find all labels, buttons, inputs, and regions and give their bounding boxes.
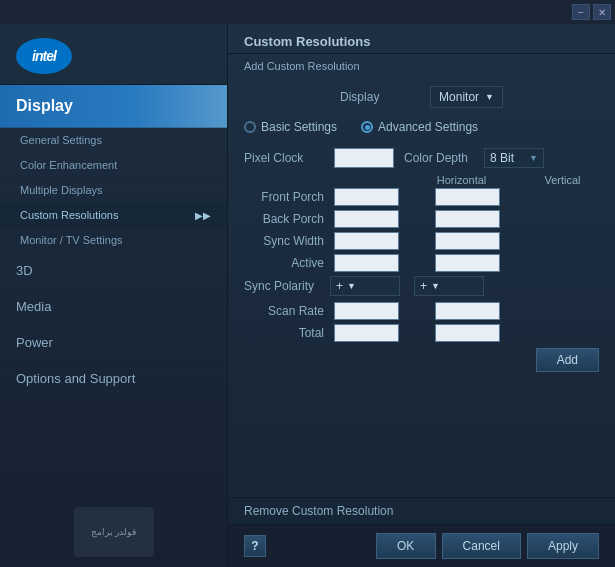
- sidebar-item-power[interactable]: Power: [0, 325, 227, 361]
- total-row: Total: [244, 324, 599, 342]
- scan-rate-inputs: [334, 302, 500, 320]
- bottom-bar: ? OK Cancel Apply: [228, 524, 615, 567]
- app-container: intel Display General Settings Color Enh…: [0, 24, 615, 567]
- h-v-header-row: Horizontal Vertical: [244, 174, 599, 186]
- total-label: Total: [244, 326, 334, 340]
- help-button[interactable]: ?: [244, 535, 266, 557]
- back-porch-row: Back Porch: [244, 210, 599, 228]
- sidebar-item-multiple[interactable]: Multiple Displays: [0, 178, 227, 203]
- intel-logo: intel: [16, 38, 72, 74]
- sync-width-row: Sync Width: [244, 232, 599, 250]
- display-dropdown[interactable]: Monitor ▼: [430, 86, 503, 108]
- chevron-right-icon: ▶▶: [195, 210, 211, 221]
- total-inputs: [334, 324, 500, 342]
- active-h-input[interactable]: [334, 254, 399, 272]
- active-label: Active: [244, 256, 334, 270]
- sync-width-h-input[interactable]: [334, 232, 399, 250]
- sync-width-inputs: [334, 232, 500, 250]
- title-bar: − ✕: [0, 0, 615, 24]
- sync-polarity-h-select[interactable]: + ▼: [330, 276, 400, 296]
- logo-area: intel: [0, 24, 227, 85]
- sync-width-v-input[interactable]: [435, 232, 500, 250]
- scan-rate-h-input[interactable]: [334, 302, 399, 320]
- color-depth-select[interactable]: 8 Bit ▼: [484, 148, 544, 168]
- scan-rate-row: Scan Rate: [244, 302, 599, 320]
- sync-polarity-label: Sync Polarity: [244, 279, 324, 293]
- panel-title: Custom Resolutions: [228, 24, 615, 54]
- nav-section: Display General Settings Color Enhanceme…: [0, 85, 227, 497]
- front-porch-v-input[interactable]: [435, 188, 500, 206]
- sidebar-item-custom[interactable]: Custom Resolutions ▶▶: [0, 203, 227, 228]
- section-title: Add Custom Resolution: [228, 54, 615, 78]
- color-depth-label: Color Depth: [404, 151, 474, 165]
- basic-radio-circle: [244, 121, 256, 133]
- horizontal-label: Horizontal: [429, 174, 494, 186]
- scan-rate-v-input[interactable]: [435, 302, 500, 320]
- total-h-input[interactable]: [334, 324, 399, 342]
- sidebar-item-media[interactable]: Media: [0, 289, 227, 325]
- sync-h-chevron-icon: ▼: [347, 281, 356, 291]
- pixel-clock-row: Pixel Clock Color Depth 8 Bit ▼: [244, 148, 599, 168]
- cancel-button[interactable]: Cancel: [442, 533, 521, 559]
- back-porch-label: Back Porch: [244, 212, 334, 226]
- front-porch-label: Front Porch: [244, 190, 334, 204]
- sync-polarity-row: Sync Polarity + ▼ + ▼: [244, 276, 599, 296]
- front-porch-inputs: [334, 188, 500, 206]
- sidebar-item-general[interactable]: General Settings: [0, 128, 227, 153]
- sidebar-item-display[interactable]: Display: [0, 85, 227, 128]
- vertical-label: Vertical: [530, 174, 595, 186]
- front-porch-h-input[interactable]: [334, 188, 399, 206]
- minimize-button[interactable]: −: [572, 4, 590, 20]
- pixel-clock-input[interactable]: [334, 148, 394, 168]
- back-porch-inputs: [334, 210, 500, 228]
- apply-button[interactable]: Apply: [527, 533, 599, 559]
- sync-v-chevron-icon: ▼: [431, 281, 440, 291]
- color-depth-chevron-icon: ▼: [529, 153, 538, 163]
- bottom-logo: قولدر برامج: [74, 507, 154, 557]
- add-button[interactable]: Add: [536, 348, 599, 372]
- chevron-down-icon: ▼: [485, 92, 494, 102]
- basic-settings-radio[interactable]: Basic Settings: [244, 120, 337, 134]
- sync-polarity-v-select[interactable]: + ▼: [414, 276, 484, 296]
- sync-width-label: Sync Width: [244, 234, 334, 248]
- sidebar-item-color[interactable]: Color Enhancement: [0, 153, 227, 178]
- total-v-input[interactable]: [435, 324, 500, 342]
- display-label: Display: [340, 90, 420, 104]
- active-v-input[interactable]: [435, 254, 500, 272]
- advanced-settings-radio[interactable]: Advanced Settings: [361, 120, 478, 134]
- advanced-radio-circle: [361, 121, 373, 133]
- ok-button[interactable]: OK: [376, 533, 436, 559]
- remove-section: Remove Custom Resolution: [228, 497, 615, 524]
- pixel-clock-label: Pixel Clock: [244, 151, 324, 165]
- back-porch-v-input[interactable]: [435, 210, 500, 228]
- settings-type-radio-group: Basic Settings Advanced Settings: [244, 116, 599, 138]
- sidebar: intel Display General Settings Color Enh…: [0, 24, 228, 567]
- add-button-row: Add: [244, 348, 599, 372]
- display-row: Display Monitor ▼: [244, 86, 599, 108]
- main-panel: Custom Resolutions Add Custom Resolution…: [228, 24, 615, 567]
- bottom-logo-area: قولدر برامج: [0, 497, 227, 567]
- sidebar-item-monitor[interactable]: Monitor / TV Settings: [0, 228, 227, 253]
- scan-rate-label: Scan Rate: [244, 304, 334, 318]
- close-button[interactable]: ✕: [593, 4, 611, 20]
- active-row: Active: [244, 254, 599, 272]
- panel-content: Display Monitor ▼ Basic Settings Advance…: [228, 78, 615, 497]
- front-porch-row: Front Porch: [244, 188, 599, 206]
- sidebar-item-options[interactable]: Options and Support: [0, 361, 227, 397]
- back-porch-h-input[interactable]: [334, 210, 399, 228]
- active-inputs: [334, 254, 500, 272]
- sidebar-item-3d[interactable]: 3D: [0, 253, 227, 289]
